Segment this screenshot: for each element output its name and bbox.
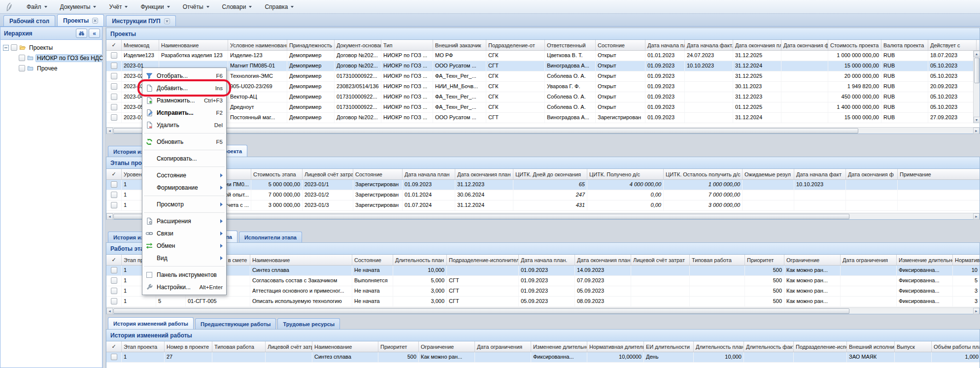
stages-col-10[interactable]: ЦИТК. Осталось получить д/с [664,169,743,179]
stages-col-12[interactable]: Дата начала факт [794,169,846,179]
tree-item-0[interactable]: Проекты [2,42,101,53]
horizontal-scrollbar[interactable]: ◄► [106,307,980,314]
context-menu-item-18[interactable]: Вид [142,252,226,264]
context-menu-item-21[interactable]: Настройки...Alt+Enter [142,281,226,293]
tree-checkbox[interactable] [19,55,25,61]
tree-checkbox[interactable] [19,65,25,71]
stages-col-7[interactable]: Дата окончания план [455,169,513,179]
row-checkbox[interactable] [111,277,117,284]
projects-col-7[interactable]: Внешний заказчик [433,40,486,50]
works-col-0[interactable]: ✓ [106,255,122,265]
projects-col-2[interactable]: Наименование [159,40,228,50]
history-col-8[interactable]: Дата ограничения [475,341,531,352]
history-col-15[interactable]: Внешний исполнитель [847,341,895,352]
row-checkbox[interactable] [111,104,117,110]
context-menu-item-3[interactable]: Исправить...F2 [142,106,226,119]
menubar-item-0[interactable]: Файл [20,1,54,13]
menubar-item-1[interactable]: Документы [54,1,103,13]
history-col-5[interactable]: Наименование [312,341,378,352]
tree-expander-icon[interactable] [3,45,9,51]
history-col-0[interactable]: ✓ [106,341,122,352]
works-col-8[interactable]: Дата начала план. [519,255,575,265]
work-tab-2[interactable]: Исполнители этапа [239,232,302,242]
stages-col-5[interactable]: Состояние [353,169,403,179]
scroll-right-icon[interactable]: ► [973,308,980,314]
table-row[interactable]: 1501-СГТ-005Описать используемую техноло… [106,297,980,307]
table-row[interactable]: 2023-05ДредноутДемопример017310000922...… [106,102,980,113]
context-menu-item-11[interactable]: Формирование [142,181,226,194]
history-col-13[interactable]: Длительность факт [744,341,794,352]
history-col-4[interactable]: Лицевой счёт затрат [266,341,312,352]
context-menu-item-6[interactable]: ОбновитьF5 [142,135,226,148]
table-row[interactable]: 1Синтез сплаваНе начата10,00001.09.20231… [106,266,980,276]
splitter[interactable] [102,27,106,368]
context-menu-item-4[interactable]: УдалитьDel [142,119,226,131]
history-col-1[interactable]: Этап проекта [122,341,165,352]
horizontal-scrollbar[interactable]: ◄► [106,127,980,134]
history-col-7[interactable]: Ограничение [419,341,475,352]
context-menu-item-2[interactable]: Размножить...Ctrl+F3 [142,94,226,106]
works-col-5[interactable]: Состояние [352,255,393,265]
scroll-left-icon[interactable]: ◄ [106,308,113,314]
history-col-2[interactable]: Номер в проекте [165,341,212,352]
table-row[interactable]: 2023-01Магнит ПМ085-01ДемопримерДоговор … [106,61,980,71]
stages-col-8[interactable]: ЦИТК. Дней до окончания [513,169,587,179]
history-col-9[interactable]: Изменение длительности [531,341,587,352]
history-col-14[interactable]: Подразделение-исполнитель [794,341,847,352]
tab-0[interactable]: Рабочий стол [3,15,55,26]
tree-item-1[interactable]: НИОКР по ГОЗ без НДС [2,53,101,63]
context-menu-item-8[interactable]: Скопировать... [142,152,226,165]
row-checkbox[interactable] [111,298,117,304]
projects-col-9[interactable]: Ответственный [545,40,596,50]
binoculars-button[interactable] [76,29,87,38]
stages-col-14[interactable]: Примечание [898,169,980,179]
table-row[interactable]: 2023-01тПостоянный маг...ДемопримерДогов… [106,113,980,123]
stages-col-4[interactable]: Лицевой счёт затрат. [303,169,353,179]
menubar-item-2[interactable]: Учёт [102,1,134,13]
tab-1[interactable]: Проекты [57,14,104,26]
projects-col-4[interactable]: Принадлежность [287,40,335,50]
scroll-left-icon[interactable]: ◄ [106,213,113,220]
horizontal-scrollbar[interactable]: ◄► [106,213,980,219]
tab-2[interactable]: Инструкции ПУП [106,15,175,26]
projects-col-5[interactable]: Документ-основание [335,40,381,50]
menubar-item-3[interactable]: Функции [134,1,176,13]
table-row[interactable]: 1ого отчета с ...3 000 000,002023-01/3За… [106,201,980,211]
history-col-3[interactable]: Типовая работа [212,341,266,352]
scroll-right-icon[interactable]: ► [973,213,980,220]
close-icon[interactable] [164,18,170,24]
close-icon[interactable] [92,18,98,24]
table-row[interactable]: 1101-СГТ-001Согласовать состав с Заказчи… [106,276,980,286]
history-tab-0[interactable]: История изменений работы [108,317,194,329]
row-checkbox[interactable] [111,114,117,121]
stages-col-11[interactable]: Ожидаемые резул [743,169,794,179]
context-menu-item-16[interactable]: Связи [142,227,226,239]
history-col-17[interactable]: Объём работы план [932,341,980,352]
scroll-right-icon[interactable]: ► [973,128,980,134]
context-menu-item-15[interactable]: Расширения [142,215,226,227]
menubar-item-6[interactable]: Справка [258,1,300,13]
projects-col-10[interactable]: Состояние [596,40,645,50]
row-checkbox[interactable] [111,83,117,90]
row-checkbox[interactable] [111,52,117,59]
works-col-16[interactable]: Нормативная длительность [953,255,980,265]
row-checkbox[interactable] [111,288,117,294]
history-col-11[interactable]: ЕИ длительности [644,341,694,352]
tree-item-2[interactable]: Прочее [2,63,101,73]
menubar-item-4[interactable]: Отчёты [176,1,216,13]
history-tab-1[interactable]: Предшествующие работы [195,318,276,329]
scroll-down-icon[interactable]: ▼ [974,117,980,123]
stages-col-3[interactable]: Стоимость этапа [251,169,303,179]
stages-col-9[interactable]: ЦИТК. Получено д/с [587,169,664,179]
table-row[interactable]: 2023-04Вектор-АЦДемопример017310000922..… [106,92,980,102]
tree-checkbox[interactable] [11,44,17,51]
context-menu-item-0[interactable]: Отобрать...F6 [142,69,226,82]
table-row[interactable]: 2023-03905-U020-23/269Демопример230823/0… [106,82,980,92]
projects-col-12[interactable]: Дата начала факт. [685,40,733,50]
table-row[interactable]: 1й партии ПМ0...5 000 000,002023-01/1Зар… [106,180,980,190]
table-row[interactable]: 2023-02Технология-ЭМСДемопример017310000… [106,71,980,82]
context-menu-item-17[interactable]: Обмен [142,239,226,252]
stages-col-0[interactable]: ✓ [106,169,122,179]
projects-col-16[interactable]: Валюта проекта [881,40,928,50]
table-row[interactable]: 127Синтез сплава500Как можно ран...Фикси… [106,352,980,363]
